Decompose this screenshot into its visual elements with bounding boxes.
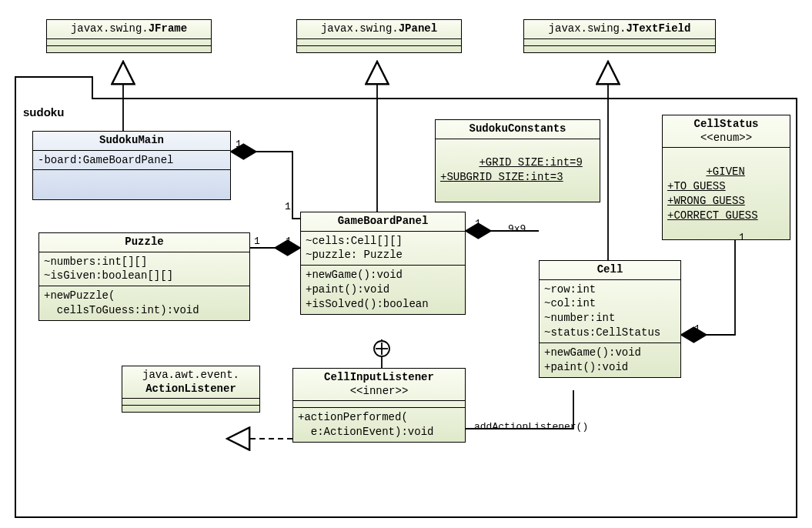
class-name: ActionListener bbox=[145, 383, 236, 395]
attr: ~number:int bbox=[544, 312, 615, 324]
attr: ~cells:Cell[][] bbox=[306, 235, 403, 247]
class-name: SudokuConstants bbox=[469, 122, 566, 135]
class-pkg: javax.swing. bbox=[549, 22, 627, 35]
mult-label: 9x9 bbox=[508, 223, 526, 235]
class-sudokuconstants: SudokuConstants +GRID_SIZE:int=9+SUBGRID… bbox=[435, 119, 600, 202]
class-sudokumain: SudokuMain -board:GameBoardPanel bbox=[32, 131, 231, 200]
class-gameboardpanel: GameBoardPanel ~cells:Cell[][] ~puzzle: … bbox=[300, 212, 466, 315]
class-actionlistener: java.awt.event. ActionListener bbox=[122, 366, 260, 413]
op: +actionPerformed( bbox=[298, 411, 408, 423]
svg-point-6 bbox=[374, 341, 389, 356]
package-name: sudoku bbox=[23, 105, 64, 119]
class-name: CellStatus bbox=[693, 118, 758, 130]
attr: ~col:int bbox=[544, 297, 596, 309]
class-name: JPanel bbox=[399, 22, 437, 35]
class-name: GameBoardPanel bbox=[338, 215, 429, 227]
mult-label: 1 bbox=[236, 139, 242, 150]
class-name: CellInputListener bbox=[324, 371, 434, 383]
class-pkg: java.awt.event. bbox=[142, 369, 239, 381]
mult-label: 1 bbox=[739, 232, 745, 243]
op: +isSolved():boolean bbox=[306, 298, 429, 310]
class-cell: Cell ~row:int ~col:int ~number:int ~stat… bbox=[539, 260, 681, 378]
op: +newPuzzle( bbox=[44, 289, 115, 302]
attr: ~numbers:int[][] bbox=[44, 256, 147, 268]
attr: ~status:CellStatus bbox=[544, 326, 660, 339]
attr: +SUBGRID_SIZE:int=3 bbox=[440, 171, 563, 183]
class-name: JTextField bbox=[626, 22, 690, 35]
class-pkg: javax.swing. bbox=[71, 22, 149, 35]
enum-literal: +WRONG_GUESS bbox=[667, 195, 745, 207]
class-name: Cell bbox=[597, 263, 623, 276]
attr: ~puzzle: Puzzle bbox=[306, 249, 403, 261]
op: e:ActionEvent):void bbox=[298, 426, 433, 438]
class-jframe: javax.swing.JFrame bbox=[46, 19, 212, 53]
class-cellstatus: CellStatus <<enum>> +GIVEN+TO_GUESS+WRON… bbox=[662, 115, 790, 240]
class-cellinputlistener: CellInputListener <<inner>> +actionPerfo… bbox=[292, 368, 466, 443]
op: +newGame():void bbox=[306, 269, 403, 281]
attr: ~isGiven:boolean[][] bbox=[44, 269, 173, 282]
attr: +GRID_SIZE:int=9 bbox=[479, 156, 582, 169]
op: +newGame():void bbox=[544, 346, 641, 359]
mult-label: 1 bbox=[285, 201, 291, 212]
mult-label: 1 bbox=[694, 323, 700, 335]
mult-label: 1 bbox=[475, 218, 481, 229]
enum-literal: +CORRECT_GUESS bbox=[667, 209, 758, 222]
op: +paint():void bbox=[544, 361, 628, 373]
op: cellsToGuess:int):void bbox=[44, 304, 199, 316]
op: +paint():void bbox=[306, 283, 389, 296]
stereotype: <<inner>> bbox=[350, 385, 409, 397]
class-jpanel: javax.swing.JPanel bbox=[296, 19, 462, 53]
enum-literal: +GIVEN bbox=[706, 165, 744, 178]
class-name: SudokuMain bbox=[99, 134, 164, 146]
assoc-label: addActionListener() bbox=[474, 421, 588, 433]
class-name: JFrame bbox=[149, 22, 187, 35]
mult-label: 1 bbox=[254, 236, 260, 247]
stereotype: <<enum>> bbox=[700, 132, 752, 144]
class-jtextfield: javax.swing.JTextField bbox=[523, 19, 716, 53]
mult-label: 1 bbox=[286, 236, 292, 247]
class-puzzle: Puzzle ~numbers:int[][] ~isGiven:boolean… bbox=[38, 232, 250, 321]
class-pkg: javax.swing. bbox=[321, 22, 399, 35]
enum-literal: +TO_GUESS bbox=[667, 180, 726, 192]
attr: -board:GameBoardPanel bbox=[38, 154, 173, 166]
class-name: Puzzle bbox=[125, 236, 163, 248]
attr: ~row:int bbox=[544, 283, 596, 296]
